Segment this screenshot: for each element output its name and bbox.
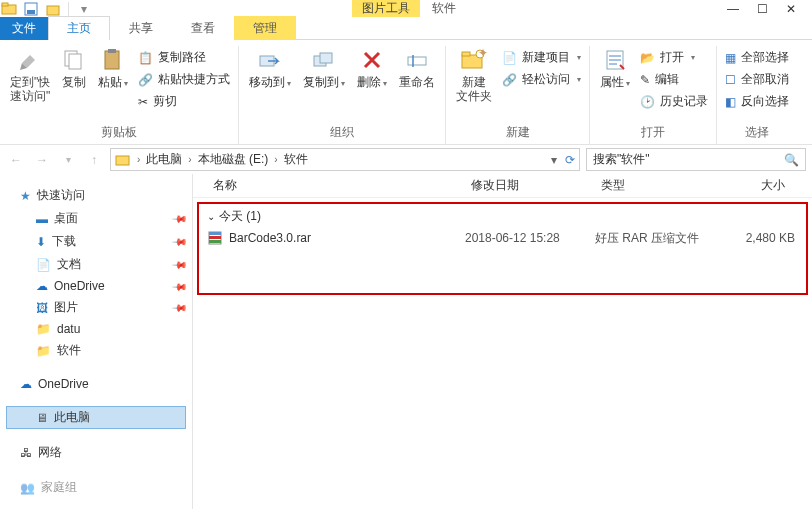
paste-button[interactable]: 粘贴▾: [94, 46, 132, 93]
address-dropdown-icon[interactable]: ▾: [551, 153, 557, 167]
new-tab-icon[interactable]: [44, 1, 62, 17]
easy-access-button[interactable]: 🔗轻松访问▾: [500, 70, 583, 89]
svg-rect-21: [209, 232, 221, 235]
file-row[interactable]: BarCode3.0.rar 2018-06-12 15:28 好压 RAR 压…: [207, 227, 798, 249]
navigation-pane: ★快速访问 ▬桌面📌 ⬇下载📌 📄文档📌 ☁OneDrive📌 🖼图片📌 📁da…: [0, 174, 193, 509]
tab-share[interactable]: 共享: [110, 16, 172, 40]
select-none-icon: ☐: [725, 73, 736, 87]
copy-icon: [62, 48, 86, 72]
column-headers: 名称 修改日期 类型 大小: [193, 174, 812, 198]
col-type[interactable]: 类型: [593, 177, 713, 194]
minimize-button[interactable]: —: [727, 2, 739, 16]
copy-button[interactable]: 复制: [58, 46, 90, 91]
search-box[interactable]: 搜索"软件" 🔍: [586, 148, 806, 171]
pin-icon: 📌: [172, 233, 188, 249]
ribbon-group-clipboard: 定到"快 速访问" 复制 粘贴▾ 📋复制路径 🔗粘贴快捷方式 ✂剪切 剪贴板: [0, 46, 239, 144]
svg-rect-22: [209, 236, 221, 239]
save-icon[interactable]: [22, 1, 40, 17]
col-name[interactable]: 名称: [193, 177, 463, 194]
file-name: BarCode3.0.rar: [229, 231, 311, 245]
folder-icon: [0, 1, 18, 17]
select-none-button[interactable]: ☐全部取消: [723, 70, 791, 89]
col-size[interactable]: 大小: [713, 177, 793, 194]
properties-button[interactable]: 属性▾: [596, 46, 634, 93]
download-icon: ⬇: [36, 235, 46, 249]
group-label-select: 选择: [717, 124, 797, 141]
group-header-today[interactable]: ⌄ 今天 (1): [207, 208, 798, 225]
recent-dropdown[interactable]: ▾: [58, 150, 78, 170]
nav-this-pc[interactable]: 🖥此电脑: [6, 406, 186, 429]
rename-button[interactable]: 重命名: [395, 46, 439, 91]
nav-network[interactable]: 🖧网络: [6, 441, 186, 464]
history-button[interactable]: 🕑历史记录: [638, 92, 710, 111]
copy-path-button[interactable]: 📋复制路径: [136, 48, 232, 67]
tab-view[interactable]: 查看: [172, 16, 234, 40]
nav-homegroup[interactable]: 👥家庭组: [6, 476, 186, 499]
new-folder-button[interactable]: ✦ 新建 文件夹: [452, 46, 496, 105]
path-icon: 📋: [138, 51, 153, 65]
file-type: 好压 RAR 压缩文件: [595, 230, 715, 247]
open-button[interactable]: 📂打开▾: [638, 48, 710, 67]
ribbon-group-organize: 移动到▾ 复制到▾ 删除▾ 重命名 组织: [239, 46, 446, 144]
network-icon: 🖧: [20, 446, 32, 460]
open-icon: 📂: [640, 51, 655, 65]
edit-button[interactable]: ✎编辑: [638, 70, 710, 89]
ribbon-group-select: ▦全部选择 ☐全部取消 ◧反向选择 选择: [717, 46, 797, 144]
contextual-tab-label: 图片工具: [352, 0, 420, 17]
highlight-box: ⌄ 今天 (1) BarCode3.0.rar 2018-06-12 15:28…: [197, 202, 808, 295]
chevron-right-icon[interactable]: ›: [135, 154, 142, 165]
refresh-icon[interactable]: ⟳: [565, 153, 575, 167]
svg-rect-4: [47, 6, 59, 15]
nav-pictures[interactable]: 🖼图片📌: [6, 296, 186, 319]
qat-dropdown-icon[interactable]: ▾: [75, 1, 93, 17]
search-icon: 🔍: [784, 153, 799, 167]
address-bar: ← → ▾ ↑ › 此电脑 › 本地磁盘 (E:) › 软件 ▾ ⟳ 搜索"软件…: [0, 145, 812, 174]
nav-onedrive[interactable]: ☁OneDrive: [6, 374, 186, 394]
nav-downloads[interactable]: ⬇下载📌: [6, 230, 186, 253]
pin-icon: [18, 48, 42, 72]
cut-button[interactable]: ✂剪切: [136, 92, 232, 111]
quick-access-toolbar: ▾: [0, 0, 93, 17]
folder-icon: 📁: [36, 344, 51, 358]
copy-to-button[interactable]: 复制到▾: [299, 46, 349, 93]
move-to-button[interactable]: 移动到▾: [245, 46, 295, 93]
tab-file[interactable]: 文件: [0, 17, 48, 40]
nav-desktop[interactable]: ▬桌面📌: [6, 207, 186, 230]
svg-rect-23: [209, 240, 221, 243]
pin-icon: 📌: [172, 210, 188, 226]
new-folder-icon: ✦: [460, 48, 488, 72]
breadcrumb-drive[interactable]: 本地磁盘 (E:): [198, 151, 269, 168]
properties-icon: [603, 48, 627, 72]
breadcrumb-pc[interactable]: 此电脑: [146, 151, 182, 168]
new-item-icon: 📄: [502, 51, 517, 65]
tab-manage[interactable]: 管理: [234, 16, 296, 40]
close-button[interactable]: ✕: [786, 2, 796, 16]
nav-software[interactable]: 📁软件: [6, 339, 186, 362]
pin-to-quick-access-button[interactable]: 定到"快 速访问": [6, 46, 54, 105]
new-item-button[interactable]: 📄新建项目▾: [500, 48, 583, 67]
paste-shortcut-button[interactable]: 🔗粘贴快捷方式: [136, 70, 232, 89]
select-all-button[interactable]: ▦全部选择: [723, 48, 791, 67]
breadcrumb-folder[interactable]: 软件: [284, 151, 308, 168]
invert-selection-button[interactable]: ◧反向选择: [723, 92, 791, 111]
svg-rect-11: [320, 53, 332, 63]
nav-onedrive-quick[interactable]: ☁OneDrive📌: [6, 276, 186, 296]
nav-datu[interactable]: 📁datu: [6, 319, 186, 339]
edit-icon: ✎: [640, 73, 650, 87]
col-date[interactable]: 修改日期: [463, 177, 593, 194]
rename-icon: [405, 48, 429, 72]
back-button[interactable]: ←: [6, 150, 26, 170]
delete-button[interactable]: 删除▾: [353, 46, 391, 93]
tab-home[interactable]: 主页: [48, 16, 110, 40]
file-date: 2018-06-12 15:28: [465, 231, 595, 245]
chevron-down-icon: ⌄: [207, 211, 215, 222]
nav-documents[interactable]: 📄文档📌: [6, 253, 186, 276]
pin-icon: 📌: [172, 299, 188, 315]
nav-quick-access[interactable]: ★快速访问: [6, 184, 186, 207]
forward-button[interactable]: →: [32, 150, 52, 170]
maximize-button[interactable]: ☐: [757, 2, 768, 16]
up-button[interactable]: ↑: [84, 150, 104, 170]
address-box[interactable]: › 此电脑 › 本地磁盘 (E:) › 软件 ▾ ⟳: [110, 148, 580, 171]
folder-icon: 📁: [36, 322, 51, 336]
folder-icon: [115, 153, 131, 167]
